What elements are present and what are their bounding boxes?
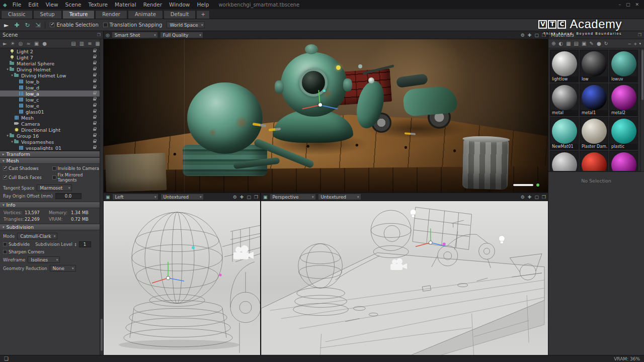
shading-select-dropdown[interactable]: Untextured	[318, 194, 361, 200]
lock-icon[interactable]	[93, 93, 96, 95]
menu-texture[interactable]: Texture	[85, 0, 111, 9]
material-tile-newmat01[interactable]: NewMat01	[550, 117, 579, 150]
lock-icon[interactable]	[93, 123, 96, 125]
popout-viewport-icon[interactable]: ❐	[254, 195, 258, 200]
select-tool-icon[interactable]: ►	[4, 22, 9, 29]
move-tool-icon[interactable]: ✚	[14, 22, 19, 29]
lock-icon[interactable]	[93, 147, 96, 149]
zoom-out-button[interactable]: −	[627, 41, 631, 46]
tree-item-glass01[interactable]: glass01–	[0, 109, 103, 115]
lock-icon[interactable]	[93, 50, 96, 52]
expander-icon[interactable]: ▾	[6, 133, 10, 139]
shading-select-dropdown[interactable]: Untextured	[160, 194, 204, 200]
info-section-header[interactable]: ▾ Info	[0, 202, 103, 208]
menu-scene[interactable]: Scene	[62, 0, 85, 9]
translation-snapping-checkbox[interactable]: Translation Snapping	[103, 22, 163, 28]
lock-icon[interactable]	[93, 56, 96, 58]
lock-icon[interactable]	[93, 105, 96, 107]
tab-classic[interactable]: Classic	[1, 10, 33, 19]
refresh-materials-icon[interactable]: ↻	[604, 41, 608, 46]
material-tile-low[interactable]: low	[580, 50, 608, 82]
paint-material-icon[interactable]: ✎	[589, 41, 593, 46]
materials-scrollbar[interactable]	[640, 48, 644, 171]
quality-select-dropdown[interactable]: Full Quality	[160, 32, 203, 38]
expander-icon[interactable]: ▾	[10, 72, 14, 78]
tree-item-low-a[interactable]: low_a–	[0, 90, 103, 97]
add-object-icon[interactable]: ▣	[34, 41, 39, 46]
scale-tool-icon[interactable]: ⇲	[35, 22, 40, 29]
ray-origin-offset-input[interactable]: 0.0	[55, 193, 82, 199]
lock-icon[interactable]	[93, 117, 96, 119]
lock-icon[interactable]	[93, 86, 96, 88]
close-button[interactable]: ✕	[635, 2, 639, 7]
add-camera-icon[interactable]: ◎	[19, 41, 23, 46]
select-object-icon[interactable]: ►	[3, 41, 7, 46]
scene-scrollbar[interactable]	[100, 39, 103, 355]
gizmo-center-handle[interactable]	[318, 103, 322, 107]
tree-item-group-16[interactable]: ▾Group 16–	[0, 133, 103, 139]
lock-icon[interactable]	[93, 74, 96, 76]
material-tile-plastic[interactable]: plastic	[609, 117, 638, 150]
tab-default[interactable]: Default	[164, 10, 196, 19]
checkbox-invisible-to-camera[interactable]: Invisible to Camera	[52, 166, 101, 171]
sphere-preview-icon[interactable]: ◐	[558, 41, 563, 46]
tree-item-light-2[interactable]: Light 2–	[0, 48, 103, 54]
tree-item-diving-helmet[interactable]: ▾Diving Helmet–	[0, 66, 103, 72]
material-tile[interactable]	[550, 151, 579, 171]
delete-item-icon[interactable]: ▥	[79, 41, 84, 46]
lock-icon[interactable]	[93, 135, 96, 137]
library-icon[interactable]: ●	[597, 41, 601, 46]
lock-icon[interactable]	[93, 80, 96, 82]
camera-select-dropdown[interactable]: Smart Shot	[112, 32, 158, 38]
subdivision-mode-dropdown[interactable]: Catmull-Clark	[17, 233, 57, 239]
checkbox-cast-shadows[interactable]: Cast Shadows	[3, 166, 51, 171]
save-material-icon[interactable]: ▣	[582, 41, 586, 46]
lock-icon[interactable]	[93, 129, 96, 131]
tree-item-mesh[interactable]: Mesh–	[0, 115, 103, 121]
tab-add-button[interactable]: +	[196, 10, 209, 19]
subdivide-checkbox[interactable]: Subdivide	[3, 242, 30, 247]
new-folder-icon[interactable]: ▤	[71, 41, 75, 46]
menu-material[interactable]: Material	[111, 0, 140, 9]
material-tile-metal1[interactable]: metal1	[580, 83, 608, 116]
popout-viewport-icon[interactable]: ❐	[542, 33, 546, 38]
render-settings-icon[interactable]: ⚙	[521, 33, 525, 38]
tab-animate[interactable]: Animate	[128, 10, 163, 19]
tab-texture[interactable]: Texture	[62, 10, 95, 19]
gizmo-toggle-icon[interactable]: ✚	[240, 195, 244, 200]
lock-icon[interactable]	[93, 62, 96, 64]
minimize-button[interactable]: –	[618, 2, 621, 7]
material-tile-metal2[interactable]: metal2	[609, 83, 638, 116]
menu-edit[interactable]: Edit	[25, 0, 42, 9]
maximize-button[interactable]: ▢	[626, 2, 630, 7]
wireframe-left-view[interactable]	[104, 201, 260, 355]
rotate-tool-icon[interactable]: ↻	[25, 22, 30, 29]
tab-setup[interactable]: Setup	[33, 10, 62, 19]
tab-render[interactable]: Render	[95, 10, 127, 19]
geometry-reduction-dropdown[interactable]: None	[50, 265, 76, 272]
tree-item-low-b[interactable]: low_b–	[0, 78, 103, 84]
tree-item-low-e[interactable]: low_e–	[0, 103, 103, 109]
zoom-in-button[interactable]: +	[633, 41, 637, 46]
lock-icon[interactable]	[93, 111, 96, 113]
material-tile-plaster-dam[interactable]: Plaster Dam...	[580, 117, 608, 150]
maximize-viewport-icon[interactable]: ▢	[247, 195, 251, 200]
subdivision-level-input[interactable]: 1	[79, 241, 91, 247]
add-light-icon[interactable]: ☀	[11, 41, 15, 46]
scrollbar-thumb[interactable]	[641, 50, 643, 100]
mesh-section-header[interactable]: ▾ Mesh	[0, 157, 103, 164]
tree-item-directional-light[interactable]: Directional Light–	[0, 127, 103, 133]
scrollbar-thumb[interactable]	[101, 319, 103, 351]
gizmo-toggle-icon[interactable]: ✚	[528, 33, 532, 38]
checkbox-cull-back-faces[interactable]: Cull Back Faces	[3, 172, 51, 183]
menu-help[interactable]: Help	[193, 0, 212, 9]
tree-item-low-c[interactable]: low_c–	[0, 97, 103, 103]
subdivision-section-header[interactable]: ▾ Subdivision	[0, 224, 103, 230]
expander-icon[interactable]: ▾	[6, 66, 10, 72]
vertex-handle[interactable]	[323, 89, 326, 92]
list-view-icon[interactable]: ≡	[88, 41, 92, 46]
material-tile[interactable]	[609, 151, 638, 171]
tree-item-material-sphere[interactable]: Material Sphere–	[0, 60, 103, 66]
maximize-viewport-icon[interactable]: ▢	[534, 195, 539, 200]
lock-icon[interactable]	[93, 99, 96, 101]
